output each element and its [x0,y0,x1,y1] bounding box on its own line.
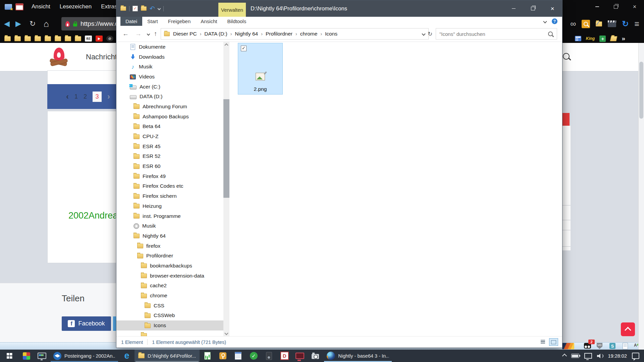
explorer-close-button[interactable]: × [543,0,562,17]
crumb-chrome[interactable]: chrome [300,31,318,37]
tree-scrollbar[interactable] [223,42,229,337]
campfire-logo-icon[interactable] [50,48,69,67]
tree-item-dokumente[interactable]: Dokumente [116,42,223,52]
reload-icon[interactable]: ↻ [30,19,36,28]
red-monitor-icon[interactable] [292,350,308,362]
tab-datei[interactable]: Datei [120,17,142,26]
menu-ansicht[interactable]: Ansicht [32,3,50,10]
menu-hamburger-icon[interactable]: ≡ [634,19,639,29]
green-doc-icon[interactable] [200,350,215,362]
colorful-app-icon[interactable] [19,350,34,362]
tree-item-musik[interactable]: Musik [116,221,223,231]
bookmarks-overflow-icon[interactable]: » [622,35,625,42]
tree-item-cache2[interactable]: cache2 [116,281,223,291]
tree-item-esr-52[interactable]: ESR 52 [116,152,223,162]
folder-bookmark-icon[interactable] [4,36,11,41]
tree-item-inst-programme[interactable]: inst. Programme [116,211,223,221]
file-checkbox[interactable]: ✓ [241,46,247,51]
crumb-nightly-64[interactable]: Nightly 64 [235,31,258,37]
details-view-button[interactable] [539,338,547,345]
tree-item-icons[interactable]: Icons [116,320,223,330]
battery-icon[interactable] [571,354,579,358]
breadcrumb[interactable]: Dieser PC›DATA (D:)›Nightly 64›Profilord… [161,28,429,40]
qat-folder-icon[interactable] [120,6,126,11]
tree-item-beta-64[interactable]: Beta 64 [116,122,223,132]
ublock-shield-icon[interactable]: UO [597,343,602,349]
presentation-app-icon[interactable] [34,350,50,362]
back-icon[interactable]: ◀ [4,19,10,28]
page-scrollbar[interactable] [638,43,644,350]
forward-icon[interactable]: ▶ [15,19,21,28]
notepad-icon[interactable] [230,350,246,362]
search-icon[interactable] [548,32,553,36]
crumb-profilordner[interactable]: Profilordner [266,31,292,37]
tree-item-bookmarkbackups[interactable]: bookmarkbackups [116,261,223,271]
tree-item-firefox-codes-etc[interactable]: Firefox Codes etc [116,181,223,191]
folder-bookmark-icon[interactable] [55,36,61,41]
action-center-icon[interactable] [632,353,639,359]
search-input[interactable] [436,28,547,39]
ribbon-expand-icon[interactable] [543,19,547,23]
thumbnail-view-button[interactable] [549,338,558,346]
help-icon[interactable]: ? [552,18,557,24]
tree-item-nightly-64[interactable]: Nightly 64 [116,231,223,241]
green-cross-bookmark[interactable]: + [599,36,606,42]
home-icon[interactable]: ⌂ [44,19,49,29]
tree-item-heizung[interactable]: Heizung [116,201,223,211]
qat-new-folder-icon[interactable] [141,6,147,11]
clock[interactable]: 19:28:02 [608,353,627,359]
nav-history-icon[interactable] [147,33,150,36]
tree-item-downloads[interactable]: Downloads [116,52,223,62]
explorer-task-button[interactable]: D:\Nightly 64\Profilor... [135,350,200,362]
start-button[interactable] [0,350,19,362]
calendar-grid-icon[interactable] [15,3,23,10]
tree-item-esr-45[interactable]: ESR 45 [116,141,223,152]
qat-properties-icon[interactable]: ✓ [132,6,138,11]
tree-item-cssweb[interactable]: CSSWeb [116,311,223,321]
edge-icon[interactable]: e [119,350,135,362]
infinity-addon-icon[interactable]: ∞ [570,19,576,28]
tree-item-profilordner[interactable]: Profilordner [116,251,223,261]
tree-item-firefox[interactable]: firefox [116,241,223,251]
camera-app-icon[interactable] [308,350,323,362]
nav-back-icon[interactable]: ← [122,30,129,38]
tree-item-acer-c-[interactable]: Acer (C:) [116,82,223,92]
tree-item-cpu-z[interactable]: CPU-Z [116,131,223,141]
folder-wrench-icon[interactable] [596,21,602,26]
tree-item-abrechnung-forum[interactable]: Abrechnung Forum [116,102,223,112]
flame-addon-icon[interactable] [562,343,574,349]
pagination-prev-icon[interactable]: ‹ [66,92,69,101]
d-app-icon[interactable]: D [277,350,292,362]
green-check-icon[interactable]: ✓ [246,350,261,362]
scrollbar-thumb[interactable] [223,99,229,198]
king-bookmark[interactable]: King [586,36,595,41]
refresh-icon[interactable]: ↻ [428,30,432,37]
network-icon[interactable] [584,353,592,359]
window-bookmark-icon[interactable] [575,36,581,41]
tree-item-firefox-sichern[interactable]: Firefox sichern [116,191,223,201]
tree-item-browser-extension-data[interactable]: browser-extension-data [116,271,223,281]
page-2[interactable]: 2 [84,93,87,100]
explorer-restore-button[interactable] [523,0,543,17]
tab-freigeben[interactable]: Freigeben [163,17,196,26]
folder-bookmark-icon[interactable] [14,36,21,41]
at-bookmark[interactable]: @ [106,36,113,42]
open-folder-bookmark-icon[interactable] [610,36,618,41]
stylish-addon-icon[interactable]: S [609,343,615,349]
phone-app-icon[interactable] [261,350,277,362]
menu-extras[interactable]: Extras [101,3,117,10]
breadcrumb-dropdown-icon[interactable] [422,32,425,36]
qat-dropdown-icon[interactable] [157,7,161,10]
tree-item-musik[interactable]: ♪Musik [116,62,223,72]
bz-bookmark[interactable]: BZ [85,36,92,42]
thunderbird-task-button[interactable]: Posteingang - 2002An... [50,350,119,362]
facebook-share-button[interactable]: f Facebook [62,316,111,331]
volume-icon[interactable] [597,353,603,359]
firefox-minimize-button[interactable] [588,1,606,13]
firefox-close-button[interactable]: × [625,1,644,13]
folder-bookmark-icon[interactable] [45,36,51,41]
tree-item-chrome[interactable]: chrome [116,291,223,301]
tree-item-ashampoo-backups[interactable]: Ashampoo Backups [116,112,223,122]
bookmark-window-icon[interactable] [5,4,12,10]
tab-ansicht[interactable]: Ansicht [196,17,222,26]
